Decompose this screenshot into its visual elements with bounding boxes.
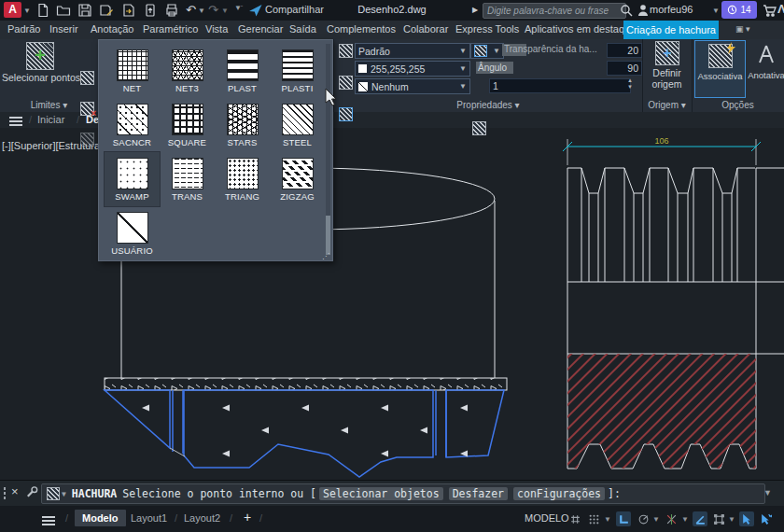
tab-gerenciar[interactable]: Gerenciar bbox=[238, 23, 283, 35]
mobile-upload-icon[interactable] bbox=[143, 3, 158, 18]
hatch-pattern-sacncr[interactable]: SACNCR bbox=[105, 98, 160, 152]
panel-label-opcoes[interactable]: Opções bbox=[692, 100, 784, 110]
annotative-button[interactable]: Anotativa bbox=[746, 40, 784, 96]
share-plane-icon[interactable] bbox=[248, 3, 263, 18]
undo-icon[interactable]: ↶ bbox=[186, 2, 196, 19]
command-option-settings[interactable]: conFigurações bbox=[513, 487, 605, 500]
share-label[interactable]: Compartilhar bbox=[265, 4, 324, 15]
command-bar-drag-handle[interactable] bbox=[3, 486, 7, 501]
command-close-icon[interactable]: × bbox=[11, 484, 19, 498]
panel-label-propriedades[interactable]: Propriedades ▾ bbox=[334, 100, 642, 110]
angle-slider-handle[interactable]: Ângulo bbox=[476, 62, 513, 74]
user-icon[interactable] bbox=[636, 3, 651, 18]
file-tab-iniciar[interactable]: Iniciar bbox=[37, 114, 64, 125]
isometric-caret-icon[interactable]: ▼ bbox=[681, 515, 689, 524]
tab-padrao[interactable]: Padrão bbox=[7, 23, 40, 35]
hatch-pattern-plasti[interactable]: PLASTI bbox=[270, 44, 325, 98]
tab-aplicativos-em-destaque[interactable]: Aplicativos em destaque bbox=[525, 23, 636, 35]
export-icon[interactable] bbox=[121, 3, 136, 18]
tab-express-tools[interactable]: Express Tools bbox=[455, 23, 519, 35]
modelo-toggle[interactable]: MODELO bbox=[525, 512, 569, 524]
isometric-drafting-icon[interactable] bbox=[664, 511, 679, 526]
hatch-pattern-steel[interactable]: STEEL bbox=[270, 98, 325, 152]
gallery-scrollbar-thumb[interactable] bbox=[326, 216, 330, 255]
model-tab[interactable]: Modelo bbox=[75, 510, 126, 526]
tab-inserir[interactable]: Inserir bbox=[49, 23, 78, 35]
cart-icon[interactable] bbox=[763, 3, 777, 18]
command-history-caret-icon[interactable]: ▼ bbox=[62, 490, 66, 498]
ribbon-display-toggle[interactable]: ▣ ▾ bbox=[735, 24, 760, 36]
redo-icon[interactable]: ↷ bbox=[208, 2, 218, 19]
redo-caret-icon[interactable]: ▼ bbox=[221, 7, 229, 15]
hatch-pattern-triang[interactable]: TRIANG bbox=[215, 152, 270, 206]
tab-colaborar[interactable]: Colaborar bbox=[403, 23, 448, 35]
hatch-pattern-plast[interactable]: PLAST bbox=[215, 44, 270, 98]
object-snap-icon[interactable] bbox=[711, 511, 726, 526]
user-name[interactable]: morfeu96 bbox=[650, 4, 693, 15]
new-file-icon[interactable] bbox=[35, 3, 50, 18]
select-objects-button[interactable] bbox=[80, 71, 94, 85]
tab-criacao-de-hachura[interactable]: Criação de hachura bbox=[623, 21, 719, 39]
save-as-icon[interactable] bbox=[99, 3, 114, 18]
polar-caret-icon[interactable]: ▼ bbox=[652, 515, 660, 524]
panel-label-limites[interactable]: Limites ▾ bbox=[0, 100, 98, 110]
scale-spinner[interactable]: ▲▼ bbox=[627, 77, 633, 91]
file-tab-menu-icon[interactable] bbox=[9, 115, 22, 128]
command-option-undo[interactable]: Desfazer bbox=[449, 487, 508, 500]
pick-points-label[interactable]: Selecionar pontos bbox=[0, 72, 82, 83]
command-tools-icon[interactable] bbox=[25, 485, 39, 499]
command-input[interactable]: ▼ HACHURA Selecione o ponto interno ou [… bbox=[41, 483, 765, 504]
snap-mode-icon[interactable] bbox=[586, 511, 601, 526]
layout2-tab[interactable]: Layout2 bbox=[184, 512, 220, 524]
tab-anotacao[interactable]: Anotação bbox=[91, 23, 133, 35]
osnap-caret-icon[interactable]: ▼ bbox=[728, 515, 735, 524]
user-dropdown-caret-icon[interactable]: ▼ bbox=[712, 7, 720, 15]
background-color-dropdown[interactable]: Nenhum▼ bbox=[355, 78, 470, 94]
command-option-select-objects[interactable]: Selecionar objetos bbox=[319, 487, 443, 500]
tab-complementos[interactable]: Complementos bbox=[327, 23, 396, 35]
grid-display-icon[interactable] bbox=[567, 511, 582, 526]
search-icon[interactable] bbox=[619, 3, 634, 18]
logo-caret-icon[interactable]: ▼ bbox=[23, 7, 31, 15]
undo-caret-icon[interactable]: ▼ bbox=[198, 7, 205, 15]
hatch-pattern-stars[interactable]: STARS bbox=[215, 98, 270, 152]
autocad-logo-icon[interactable]: A bbox=[4, 2, 21, 18]
panel-label-origem[interactable]: Origem ▾ bbox=[642, 100, 692, 110]
hatch-type-dropdown[interactable]: Padrão▼ bbox=[355, 43, 470, 59]
open-folder-icon[interactable] bbox=[56, 3, 71, 18]
assistant-icon[interactable]: Λ bbox=[777, 2, 784, 16]
save-icon[interactable] bbox=[77, 3, 92, 18]
customize-toolbar-icon[interactable]: ▼̄ bbox=[234, 4, 242, 12]
polar-tracking-icon[interactable] bbox=[636, 511, 651, 526]
selection-cycling-icon[interactable] bbox=[739, 511, 754, 526]
tab-vista[interactable]: Vista bbox=[205, 23, 228, 35]
ortho-mode-icon[interactable] bbox=[616, 511, 631, 526]
hatch-color-dropdown[interactable]: 255,255,255▼ bbox=[355, 61, 470, 77]
print-icon[interactable] bbox=[164, 3, 179, 18]
gallery-resize-grip[interactable]: ⋰ bbox=[322, 252, 329, 260]
snap-caret-icon[interactable]: ▼ bbox=[604, 515, 611, 524]
hatch-pattern-net[interactable]: NET bbox=[105, 44, 160, 98]
layout-menu-icon[interactable] bbox=[42, 514, 55, 527]
selection-effect-icon[interactable] bbox=[758, 511, 773, 526]
hatch-pattern-trans[interactable]: TRANS bbox=[160, 152, 215, 206]
tab-saida[interactable]: Saída bbox=[289, 23, 316, 35]
hatch-pattern-usuario[interactable]: USUÁRIO bbox=[105, 206, 160, 260]
set-origin-label[interactable]: Definirorigem bbox=[642, 67, 692, 90]
angle-value[interactable]: 90 bbox=[607, 61, 642, 76]
keytip-arrow-icon[interactable]: ▶ bbox=[472, 6, 478, 14]
trial-days-badge[interactable]: 14 bbox=[721, 1, 757, 19]
hatch-pattern-square[interactable]: SQUARE bbox=[160, 98, 215, 152]
object-snap-tracking-icon[interactable] bbox=[693, 511, 707, 526]
hatch-pattern-swamp-selected[interactable]: SWAMP bbox=[105, 152, 160, 206]
set-origin-button[interactable]: + bbox=[655, 41, 679, 65]
transparency-value[interactable]: 20 bbox=[607, 43, 642, 58]
layout1-tab[interactable]: Layout1 bbox=[131, 512, 167, 524]
tab-parametrico[interactable]: Paramétrico bbox=[143, 23, 198, 35]
associative-button[interactable]: Associativa bbox=[694, 40, 746, 98]
hatch-pattern-zigzag[interactable]: ZIGZAG bbox=[270, 152, 325, 206]
hatch-pattern-net3[interactable]: NET3 bbox=[160, 44, 215, 98]
pick-points-button[interactable]: + bbox=[26, 42, 54, 70]
search-input[interactable] bbox=[483, 3, 626, 19]
command-expand-chevron-icon[interactable]: ▼ bbox=[763, 488, 772, 497]
